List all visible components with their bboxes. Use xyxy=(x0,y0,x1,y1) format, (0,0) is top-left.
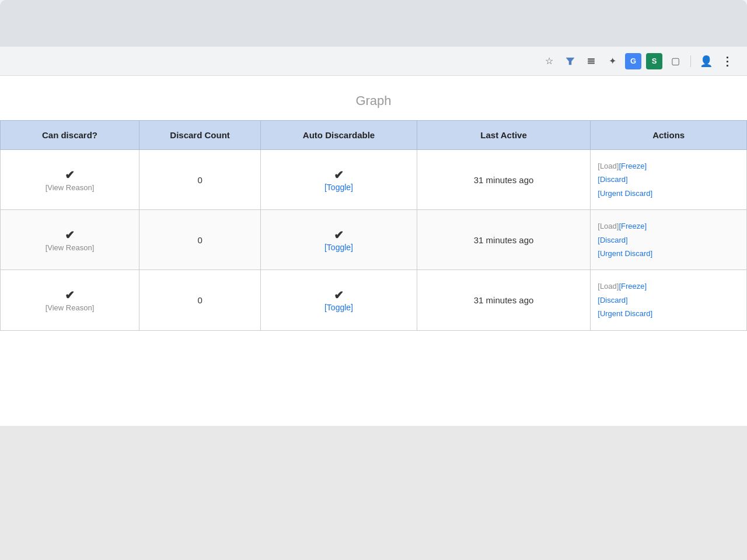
toggle-link-3[interactable]: [Toggle] xyxy=(324,303,353,312)
discard-count-cell-1: 0 xyxy=(139,150,260,210)
can-discard-check-2: ✔ xyxy=(8,228,132,242)
discard-count-value-3: 0 xyxy=(197,295,202,305)
can-discard-cell-2: ✔ [View Reason] xyxy=(1,210,139,270)
discard-count-value-2: 0 xyxy=(197,235,202,245)
star-icon[interactable]: ☆ xyxy=(541,53,557,69)
discard-count-value-1: 0 xyxy=(197,175,202,185)
auto-discardable-check-3: ✔ xyxy=(268,288,410,302)
col-header-discard-count: Discard Count xyxy=(139,121,260,150)
last-active-cell-2: 31 minutes ago xyxy=(417,210,590,270)
last-active-text-1: 31 minutes ago xyxy=(474,175,534,185)
discard-count-cell-3: 0 xyxy=(139,270,260,330)
table-row: ✔ [View Reason] 0 ✔ [Toggle] 31 minutes … xyxy=(1,270,747,330)
view-reason-link-1[interactable]: [View Reason] xyxy=(46,183,95,192)
action-urgent-1[interactable]: [Urgent Discard] xyxy=(598,189,652,198)
toggle-link-2[interactable]: [Toggle] xyxy=(324,243,353,252)
auto-discardable-cell-3: ✔ [Toggle] xyxy=(261,270,417,330)
svg-marker-0 xyxy=(566,58,574,65)
last-active-text-2: 31 minutes ago xyxy=(474,235,534,245)
action-load-3[interactable]: [Load] xyxy=(598,282,619,290)
browser-chrome: ☆ ✦ G S ▢ 👤 ⋮ xyxy=(0,0,747,76)
page-title: Graph xyxy=(0,76,747,120)
auto-discardable-check-2: ✔ xyxy=(268,228,410,242)
browser-toolbar: ☆ ✦ G S ▢ 👤 ⋮ xyxy=(0,47,747,76)
layers-icon[interactable] xyxy=(583,53,599,69)
main-table: Can discard? Discard Count Auto Discarda… xyxy=(0,120,747,331)
auto-discardable-check-1: ✔ xyxy=(268,168,410,182)
last-active-cell-1: 31 minutes ago xyxy=(417,150,590,210)
page-content: Graph Can discard? Discard Count Auto Di… xyxy=(0,76,747,426)
stylus-icon[interactable]: S xyxy=(646,53,662,69)
actions-cell-1: [Load][Freeze] [Discard] [Urgent Discard… xyxy=(591,150,747,210)
action-freeze-3[interactable]: [Freeze] xyxy=(619,282,647,290)
table-row: ✔ [View Reason] 0 ✔ [Toggle] 31 minutes … xyxy=(1,210,747,270)
can-discard-cell-1: ✔ [View Reason] xyxy=(1,150,139,210)
action-urgent-3[interactable]: [Urgent Discard] xyxy=(598,309,652,318)
view-reason-link-3[interactable]: [View Reason] xyxy=(46,303,95,312)
wand-icon[interactable]: ✦ xyxy=(604,53,620,69)
can-discard-check-1: ✔ xyxy=(8,168,132,182)
actions-cell-3: [Load][Freeze] [Discard] [Urgent Discard… xyxy=(591,270,747,330)
col-header-auto-discardable: Auto Discardable xyxy=(261,121,417,150)
window-icon[interactable]: ▢ xyxy=(667,53,683,69)
auto-discardable-cell-2: ✔ [Toggle] xyxy=(261,210,417,270)
action-discard-2[interactable]: [Discard] xyxy=(598,236,627,244)
svg-rect-3 xyxy=(588,62,595,64)
table-row: ✔ [View Reason] 0 ✔ [Toggle] 31 minutes … xyxy=(1,150,747,210)
svg-rect-2 xyxy=(588,60,595,62)
action-discard-1[interactable]: [Discard] xyxy=(598,175,627,184)
toggle-link-1[interactable]: [Toggle] xyxy=(324,183,353,192)
action-urgent-2[interactable]: [Urgent Discard] xyxy=(598,249,652,258)
col-header-actions: Actions xyxy=(591,121,747,150)
browser-top-bar xyxy=(0,0,747,47)
col-header-can-discard: Can discard? xyxy=(1,121,139,150)
google-translate-icon[interactable]: G xyxy=(625,53,641,69)
toolbar-separator xyxy=(690,55,691,67)
view-reason-link-2[interactable]: [View Reason] xyxy=(46,243,95,252)
action-load-1[interactable]: [Load] xyxy=(598,162,619,170)
can-discard-check-3: ✔ xyxy=(8,288,132,302)
action-freeze-1[interactable]: [Freeze] xyxy=(619,162,647,170)
filter-icon[interactable] xyxy=(562,53,578,69)
actions-cell-2: [Load][Freeze] [Discard] [Urgent Discard… xyxy=(591,210,747,270)
can-discard-cell-3: ✔ [View Reason] xyxy=(1,270,139,330)
last-active-cell-3: 31 minutes ago xyxy=(417,270,590,330)
last-active-text-3: 31 minutes ago xyxy=(474,295,534,305)
col-header-last-active: Last Active xyxy=(417,121,590,150)
profile-icon[interactable]: 👤 xyxy=(698,53,714,69)
action-load-2[interactable]: [Load] xyxy=(598,222,619,230)
auto-discardable-cell-1: ✔ [Toggle] xyxy=(261,150,417,210)
table-wrapper: Can discard? Discard Count Auto Discarda… xyxy=(0,120,747,331)
action-freeze-2[interactable]: [Freeze] xyxy=(619,222,647,230)
discard-count-cell-2: 0 xyxy=(139,210,260,270)
action-discard-3[interactable]: [Discard] xyxy=(598,296,627,304)
svg-rect-1 xyxy=(588,58,595,60)
table-header-row: Can discard? Discard Count Auto Discarda… xyxy=(1,121,747,150)
menu-icon[interactable]: ⋮ xyxy=(719,53,735,69)
